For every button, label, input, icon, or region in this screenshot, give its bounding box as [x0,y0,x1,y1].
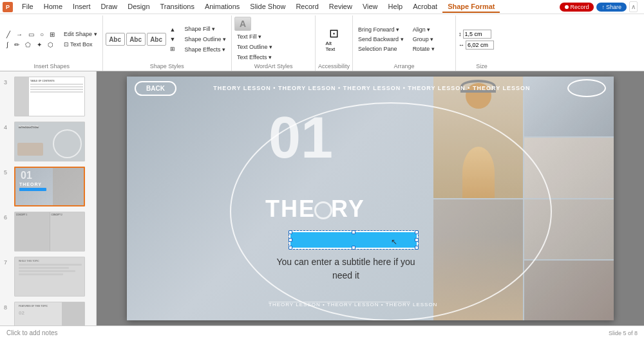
width-row: ↔ [459,41,494,50]
shape-effects-button[interactable]: Shape Effects ▾ [182,45,229,54]
handle-mr[interactable] [415,238,419,242]
handle-ml[interactable] [289,238,292,242]
menu-home[interactable]: Home [39,1,68,13]
collapse-ribbon-button[interactable]: ∧ [629,1,638,12]
styles-up[interactable]: ▲ [167,25,178,34]
slide-thumb-5[interactable]: 5 01 THEORY [0,164,96,209]
title-bar: P File Home Insert Draw Design Transitio… [0,0,644,14]
handle-bm[interactable] [352,246,355,250]
share-button[interactable]: ↑ Share [596,3,627,12]
shape-outline-button[interactable]: Shape Outline ▾ [182,35,229,44]
photo-person-6 [524,261,614,320]
share-label: Share [606,4,621,10]
slide-thumb-6[interactable]: 6 CONCEPT 1 CONCEPT 2 [0,209,96,254]
slide-info: Slide 5 of 8 [609,330,638,336]
record-label: Record [570,4,589,10]
slides-panel[interactable]: 3 TABLE OF CONTENTS 4 INT [0,71,97,325]
rotate-button[interactable]: Rotate ▾ [410,44,437,53]
group-button[interactable]: Group ▾ [410,35,437,44]
slide-thumb-4[interactable]: 4 INTRODUCTION [0,119,96,164]
insert-shapes-group: ╱ → ▭ ○ ⊞ ∫ ✏ ⬠ ✦ ⬡ Edit Shape ▾ ⊡ [1,15,103,71]
slide-preview-7[interactable]: WHILE THIS TOPIC [14,257,85,297]
record-button[interactable]: Record [560,3,594,12]
text-effects-button[interactable]: Text Effects ▾ [234,53,275,62]
height-input[interactable] [463,30,491,39]
oval-tool[interactable]: ○ [37,30,46,39]
more-shapes[interactable]: ⊞ [47,30,57,39]
line-tool[interactable]: ╱ [4,30,13,39]
shape-style-3[interactable]: Abc [147,33,166,46]
accessibility-label: Accessibility [318,62,350,69]
alt-text-button[interactable]: ⊡ Alt Text [324,24,345,54]
menu-view[interactable]: View [357,1,383,13]
slide-preview-4[interactable]: INTRODUCTION [14,122,85,161]
alt-text-icon: ⊡ [329,26,339,41]
shape-style-1[interactable]: Abc [106,33,125,46]
handle-br[interactable] [415,246,419,250]
handle-tl[interactable] [289,230,292,234]
theory-title: THERY [265,196,365,223]
send-backward-button[interactable]: Send Backward ▾ [355,35,406,44]
slide-thumb-3[interactable]: 3 TABLE OF CONTENTS [0,74,96,119]
menu-transitions[interactable]: Transitions [155,1,200,13]
shapes-expand[interactable]: ⬡ [45,40,56,50]
slide-num-5: 5 [4,167,12,176]
menu-design[interactable]: Design [122,1,155,13]
rect-tool[interactable]: ▭ [26,30,37,39]
menu-animations[interactable]: Animations [200,1,245,13]
edit-shape-button[interactable]: Edit Shape ▾ [61,30,100,39]
menu-record[interactable]: Record [290,1,323,13]
menu-slideshow[interactable]: Slide Show [245,1,290,13]
slide-preview-6[interactable]: CONCEPT 1 CONCEPT 2 [14,212,85,252]
styles-more[interactable]: ⊞ [167,44,178,53]
text-outline-button[interactable]: Text Outline ▾ [234,42,275,51]
shape-fill-button[interactable]: Shape Fill ▾ [182,24,229,33]
handle-bl[interactable] [289,246,292,250]
menu-acrobat[interactable]: Acrobat [408,1,442,13]
accessibility-content: ⊡ Alt Text [318,17,350,62]
arrow-tool[interactable]: → [14,30,25,39]
slide-top-banner: BACK THEORY LESSON • THEORY LESSON • THE… [127,77,614,100]
width-input[interactable] [466,41,494,50]
bring-forward-button[interactable]: Bring Forward ▾ [355,25,406,34]
handle-tr[interactable] [415,230,419,234]
slide-inner-3: TABLE OF CONTENTS [15,77,84,116]
shape-styles-label: Shape Styles [106,62,229,69]
menu-shape-format[interactable]: Shape Format [442,1,500,13]
selected-blue-bar[interactable]: ↖ [289,231,418,249]
slide-inner-8: FEATURES OF THIS TOPIC 02 [15,302,84,325]
photo-collage [433,77,614,320]
size-group: ↕ ↔ Size [456,15,507,71]
handle-tm[interactable] [352,230,355,234]
slide-num-7: 7 [4,257,12,266]
menu-draw[interactable]: Draw [96,1,123,13]
slide-number: 01 [269,109,333,167]
menu-file[interactable]: File [17,1,39,13]
align-button[interactable]: Align ▾ [410,25,437,34]
back-button[interactable]: BACK [135,81,176,96]
slide-thumb-8[interactable]: 8 FEATURES OF THIS TOPIC 02 [0,299,96,325]
pentagon-tool[interactable]: ⬠ [23,40,33,50]
menu-help[interactable]: Help [383,1,408,13]
photo-person-4 [433,199,523,321]
curve-tool[interactable]: ∫ [4,40,11,50]
slide-preview-5[interactable]: 01 THEORY [14,167,85,206]
notes-placeholder[interactable]: Click to add notes [6,329,58,336]
slide-preview-8[interactable]: FEATURES OF THIS TOPIC 02 [14,302,85,325]
cursor-indicator: ↖ [391,237,397,246]
wordart-styles-group: A Text Fill ▾ Text Outline ▾ Text Effect… [232,15,316,71]
text-fill-button[interactable]: Text Fill ▾ [234,32,275,41]
slide-preview-3[interactable]: TABLE OF CONTENTS [14,77,85,116]
star-tool[interactable]: ✦ [34,40,44,50]
menu-insert[interactable]: Insert [68,1,96,13]
wordart-content: A Text Fill ▾ Text Outline ▾ Text Effect… [234,17,312,62]
shape-style-2[interactable]: Abc [126,33,146,46]
width-icon: ↔ [459,42,464,48]
styles-down[interactable]: ▼ [167,35,178,44]
text-box-button[interactable]: ⊡ Text Box [61,40,100,49]
freeform-tool[interactable]: ✏ [12,40,22,50]
selection-pane-button[interactable]: Selection Pane [355,44,406,53]
menu-review[interactable]: Review [324,1,357,13]
slide-thumb-7[interactable]: 7 WHILE THIS TOPIC [0,254,96,299]
menu-bar: File Home Insert Draw Design Transitions… [17,1,500,13]
